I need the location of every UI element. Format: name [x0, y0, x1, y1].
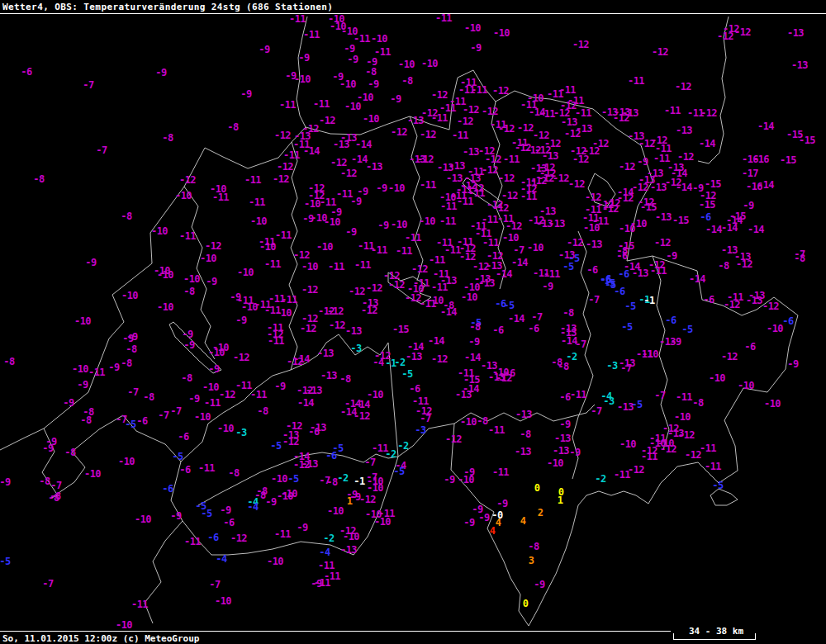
- station-value: -9: [666, 250, 676, 262]
- station-value: -9: [77, 379, 88, 391]
- station-value: -13: [317, 348, 334, 359]
- station-value: 4: [490, 525, 496, 537]
- station-value: -12: [660, 443, 676, 455]
- station-value: -8: [126, 343, 136, 355]
- border-line: [0, 429, 44, 450]
- station-value: -10: [642, 348, 658, 360]
- station-value: -11: [354, 259, 371, 271]
- station-value: -11: [313, 98, 330, 110]
- station-value: -6: [744, 341, 755, 353]
- station-value: -10: [419, 215, 435, 227]
- station-value: -12: [736, 258, 752, 270]
- station-value: -10: [175, 190, 192, 201]
- station-value: -12: [205, 240, 221, 252]
- station-value: -6: [665, 315, 676, 326]
- station-value: -4: [373, 357, 383, 368]
- station-value: -14: [440, 306, 457, 318]
- station-value: -10: [371, 33, 387, 45]
- scale-tick-left: [673, 633, 674, 640]
- station-value: -15: [672, 215, 689, 226]
- station-value: -10: [344, 101, 361, 112]
- station-value: -9: [368, 78, 378, 90]
- station-value: -9: [155, 67, 166, 78]
- station-value: -11: [628, 75, 644, 87]
- station-value: -9: [743, 200, 753, 211]
- station-value: -6: [21, 66, 31, 78]
- station-value: -14: [297, 397, 314, 409]
- station-value: -11: [279, 99, 296, 111]
- station-value: -14: [303, 145, 320, 157]
- station-value: -10: [709, 372, 725, 384]
- station-value: -8: [121, 211, 131, 222]
- station-value: -9: [274, 381, 285, 392]
- station-value: -11: [544, 268, 560, 280]
- station-value: -12: [506, 220, 522, 232]
- station-value: -5: [563, 261, 573, 272]
- station-value: -12: [498, 173, 515, 184]
- station-value: -12: [492, 202, 509, 214]
- station-value: -10: [619, 223, 635, 234]
- station-value: -7: [364, 457, 375, 468]
- station-value: -8: [520, 429, 530, 440]
- station-value: -8: [401, 75, 412, 87]
- station-value: -5: [125, 419, 135, 430]
- station-value: -8: [183, 286, 194, 297]
- station-value: -12: [652, 46, 668, 58]
- station-value: -10: [367, 482, 383, 494]
- station-value: -12: [463, 104, 479, 116]
- station-value: -5: [287, 473, 298, 485]
- station-value: -2: [397, 440, 408, 452]
- station-value: -12: [492, 85, 509, 97]
- station-value: -13: [345, 325, 362, 337]
- station-value: -9: [345, 226, 356, 238]
- station-value: -11: [250, 389, 267, 400]
- station-value: -11: [431, 282, 448, 293]
- station-value: -8: [3, 356, 14, 367]
- station-value: -10: [304, 198, 320, 210]
- station-value: -9: [122, 333, 133, 344]
- scale-label: 34 - 38 km: [671, 626, 762, 637]
- station-value: -12: [273, 173, 289, 185]
- station-value: -8: [39, 476, 50, 487]
- station-value: -11: [435, 12, 452, 24]
- station-value: -12: [675, 81, 691, 92]
- station-value: -14: [705, 224, 722, 235]
- border-line: [145, 521, 183, 623]
- station-value: -11: [650, 265, 667, 277]
- station-value: -10: [183, 273, 200, 285]
- station-value: -15: [799, 135, 815, 146]
- station-value: -8: [692, 397, 703, 409]
- station-value: -13: [333, 139, 349, 150]
- station-value: -10: [339, 78, 356, 90]
- station-value: -1: [643, 295, 654, 306]
- station-value: -10: [764, 398, 781, 410]
- station-value: -10: [427, 295, 444, 306]
- station-value: -12: [329, 320, 345, 331]
- station-value: -9: [670, 336, 681, 348]
- station-value: -12: [567, 237, 583, 249]
- station-value: -6: [700, 211, 710, 223]
- station-value: -10: [194, 411, 211, 423]
- station-value: -12: [485, 154, 501, 165]
- station-value: -11: [264, 258, 281, 270]
- station-value: -9: [390, 93, 401, 105]
- station-value: -16: [752, 154, 769, 165]
- station-value: -11: [440, 201, 457, 212]
- station-value: -10: [398, 59, 415, 70]
- station-value: -8: [121, 358, 131, 369]
- station-value: -8: [365, 66, 376, 78]
- station-value: -9: [534, 579, 544, 590]
- station-value: -13: [515, 446, 531, 457]
- station-value: -13: [515, 409, 532, 420]
- station-value: -9: [182, 329, 192, 340]
- scale-bar: 34 - 38 km: [671, 624, 762, 642]
- station-value: -9: [444, 474, 454, 485]
- station-value: -5: [631, 399, 642, 410]
- station-value: -7: [420, 413, 430, 424]
- station-value: -12: [572, 39, 589, 50]
- station-value: -7: [170, 405, 181, 417]
- station-value: -11: [318, 560, 335, 571]
- station-value: -13: [301, 458, 318, 470]
- station-value: -15: [699, 199, 715, 211]
- station-value: -12: [219, 389, 235, 400]
